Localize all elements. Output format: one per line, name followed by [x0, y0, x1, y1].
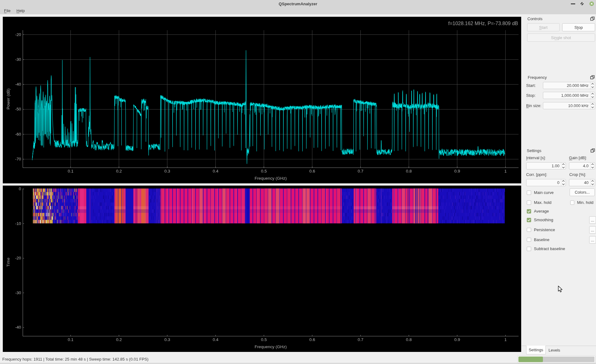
svg-text:0.6: 0.6 [309, 169, 315, 174]
svg-text:Power (dB): Power (dB) [6, 89, 11, 110]
svg-text:0.3: 0.3 [165, 337, 170, 342]
svg-text:-30: -30 [15, 57, 21, 62]
svg-text:0.2: 0.2 [116, 169, 122, 174]
svg-text:Frequency (GHz): Frequency (GHz) [255, 176, 287, 181]
svg-text:0.4: 0.4 [213, 169, 219, 174]
svg-text:0.3: 0.3 [165, 169, 170, 174]
svg-text:0.1: 0.1 [68, 337, 74, 342]
svg-text:-10: -10 [15, 221, 21, 226]
svg-text:0.5: 0.5 [261, 337, 267, 342]
svg-text:0.8: 0.8 [406, 169, 412, 174]
svg-text:-50: -50 [15, 107, 21, 112]
svg-text:-40: -40 [15, 325, 21, 330]
svg-text:Time: Time [6, 258, 11, 267]
svg-text:-20: -20 [15, 256, 21, 260]
svg-text:0.7: 0.7 [358, 169, 363, 174]
svg-text:-40: -40 [15, 82, 21, 87]
svg-text:-20: -20 [15, 32, 21, 37]
svg-text:Frequency (GHz): Frequency (GHz) [255, 344, 287, 349]
svg-text:0.5: 0.5 [261, 169, 267, 174]
svg-text:0.4: 0.4 [213, 337, 219, 342]
svg-text:1: 1 [504, 169, 507, 174]
svg-text:-60: -60 [15, 132, 21, 137]
svg-text:-30: -30 [15, 290, 21, 295]
svg-text:0.2: 0.2 [116, 337, 122, 342]
svg-text:0.6: 0.6 [309, 337, 315, 342]
svg-text:0.8: 0.8 [406, 337, 412, 342]
svg-text:f=1028.162 MHz, P=-73.809 dB: f=1028.162 MHz, P=-73.809 dB [448, 21, 518, 26]
svg-text:0.1: 0.1 [68, 169, 74, 174]
svg-text:0: 0 [19, 186, 21, 191]
svg-text:1: 1 [504, 337, 507, 342]
svg-text:-70: -70 [15, 157, 21, 161]
svg-text:0.7: 0.7 [358, 337, 363, 342]
svg-text:0.9: 0.9 [454, 169, 460, 174]
svg-text:0.9: 0.9 [454, 337, 460, 342]
